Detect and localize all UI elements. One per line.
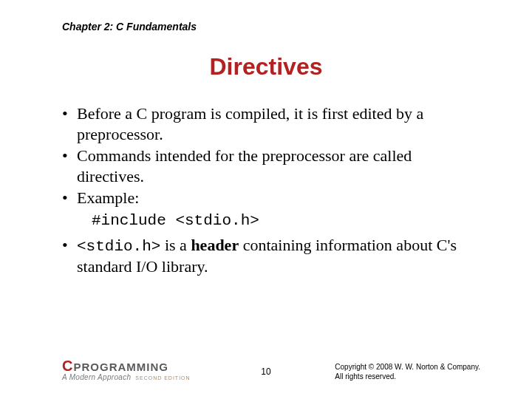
inline-code: <stdio.h>	[77, 238, 160, 255]
slide-footer: CPROGRAMMING A Modern ApproachSECOND EDI…	[0, 352, 532, 381]
bullet-item: Before a C program is compiled, it is fi…	[62, 103, 480, 144]
copyright-notice: Copyright © 2008 W. W. Norton & Company.…	[335, 362, 480, 381]
bullet-text: Example:	[77, 188, 139, 207]
copyright-line: All rights reserved.	[335, 372, 480, 381]
bullet-text: is a	[160, 236, 191, 254]
chapter-header: Chapter 2: C Fundamentals	[62, 21, 197, 33]
bullet-list: Before a C program is compiled, it is fi…	[62, 103, 480, 277]
code-example: #include <stdio.h>	[92, 211, 480, 231]
content-area: Before a C program is compiled, it is fi…	[62, 103, 480, 279]
copyright-line: Copyright © 2008 W. W. Norton & Company.	[335, 362, 480, 372]
bullet-item: <stdio.h> is a header containing informa…	[62, 235, 480, 277]
bullet-item: Commands intended for the preprocessor a…	[62, 146, 480, 186]
bold-term: header	[191, 236, 239, 254]
page-title: Directives	[0, 53, 532, 81]
bullet-item: Example: #include <stdio.h>	[62, 188, 480, 231]
